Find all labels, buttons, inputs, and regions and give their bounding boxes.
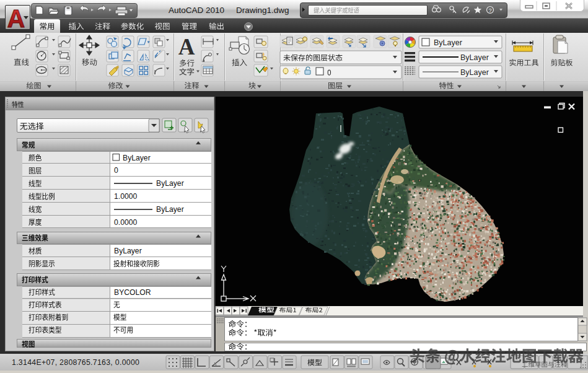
svg-text:A: A xyxy=(7,5,25,32)
svg-text:?: ? xyxy=(488,7,491,14)
svg-text:A: A xyxy=(178,34,195,59)
